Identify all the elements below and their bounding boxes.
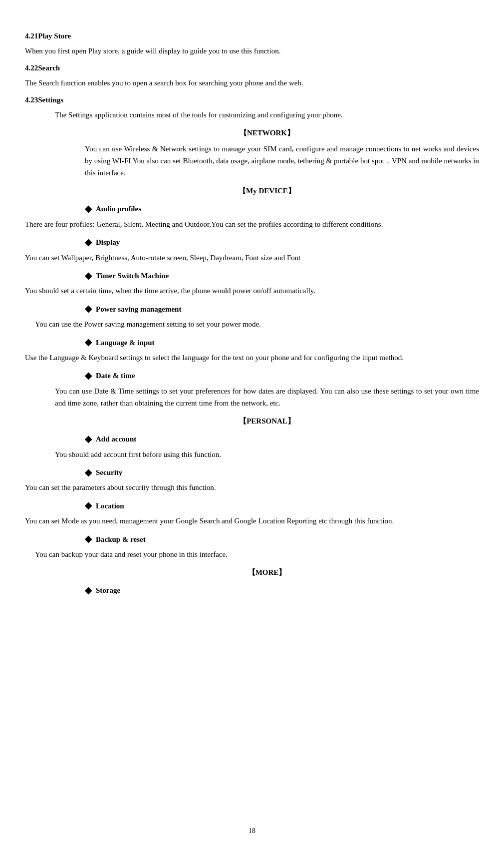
section-422: 4.22Search The Search function enables y…: [25, 62, 479, 89]
language-body: Use the Language & Keyboard settings to …: [25, 352, 479, 364]
diamond-icon-7: ◆: [85, 432, 92, 446]
settings-intro: The Settings application contains most o…: [55, 109, 479, 121]
timer-body: You should set a certain time, when the …: [25, 285, 479, 297]
diamond-icon-3: ◆: [85, 269, 92, 283]
security-heading: ◆ Security: [85, 465, 479, 480]
add-account-body: You should add account first before usin…: [55, 448, 479, 460]
diamond-icon: ◆: [85, 202, 92, 216]
storage-heading: ◆ Storage: [85, 583, 479, 598]
diamond-icon-5: ◆: [85, 335, 92, 350]
diamond-icon-6: ◆: [85, 369, 92, 383]
personal-heading: 【PERSONAL】: [55, 415, 479, 427]
date-heading: ◆ Date & time: [85, 369, 479, 383]
power-heading: ◆ Power saving management: [85, 302, 479, 316]
diamond-icon-11: ◆: [85, 583, 92, 598]
mydevice-heading: 【My DEVICE】: [55, 185, 479, 197]
diamond-icon-2: ◆: [85, 235, 92, 250]
heading-422: 4.22Search: [25, 62, 479, 74]
language-heading: ◆ Language & input: [85, 335, 479, 350]
audio-body: There are four profiles: General, Silent…: [25, 218, 479, 230]
body-422: The Search function enables you to open …: [25, 77, 479, 89]
heading-423: 4.23Settings: [25, 94, 479, 106]
security-body: You can set the parameters about securit…: [25, 481, 479, 493]
diamond-icon-9: ◆: [85, 498, 92, 513]
backup-heading: ◆ Backup & reset: [85, 532, 479, 546]
diamond-icon-10: ◆: [85, 532, 92, 546]
location-body: You can set Mode as you need, management…: [25, 515, 479, 527]
diamond-icon-4: ◆: [85, 302, 92, 316]
audio-heading: ◆ Audio profiles: [85, 202, 479, 216]
timer-heading: ◆ Timer Switch Machine: [85, 269, 479, 283]
display-body: You can set Wallpaper, Brightness, Auto-…: [25, 252, 479, 264]
section-423: 4.23Settings The Settings application co…: [25, 94, 479, 598]
page-content: 4.21Play Store When you first open Play …: [25, 30, 479, 598]
add-account-heading: ◆ Add account: [85, 432, 479, 446]
section-421: 4.21Play Store When you first open Play …: [25, 30, 479, 57]
backup-body: You can backup your data and reset your …: [35, 548, 479, 560]
network-body: You can use Wireless & Network settings …: [85, 143, 479, 179]
display-heading: ◆ Display: [85, 235, 479, 250]
network-heading: 【NETWORK】: [55, 127, 479, 139]
heading-421: 4.21Play Store: [25, 30, 479, 42]
more-heading: 【MORE】: [55, 566, 479, 578]
diamond-icon-8: ◆: [85, 465, 92, 480]
location-heading: ◆ Location: [85, 498, 479, 513]
date-body: You can use Date & Time settings to set …: [55, 385, 479, 409]
page-number: 18: [0, 827, 504, 835]
power-body: You can use the Power saving management …: [35, 318, 479, 330]
body-421: When you first open Play store, a guide …: [25, 45, 479, 57]
